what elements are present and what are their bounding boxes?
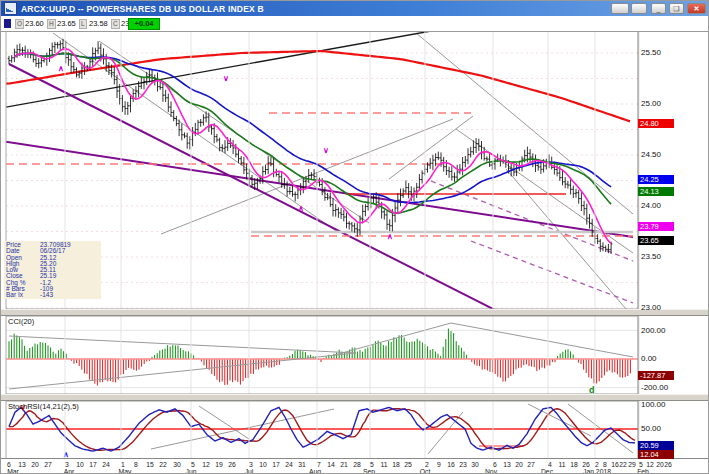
pivot-marker: ∨ [323, 146, 329, 155]
title-bar[interactable]: ARCX:UUP,D -- POWERSHARES DB US DOLLAR I… [1, 1, 709, 16]
date-tick: 24 [285, 461, 293, 468]
net-change-badge: +0.04 [128, 18, 160, 30]
date-tick: 24 [102, 461, 110, 468]
date-tick: 13 [503, 461, 511, 468]
cci-panel-label: CCI(20) [8, 317, 34, 326]
stochrsi-panel: ∧∨ [6, 403, 638, 459]
date-tick: 20 [656, 461, 664, 468]
month-label: May [119, 468, 132, 474]
date-tick: 6 [7, 461, 11, 468]
date-axis: 6132027310172418152230512192631017243171… [1, 458, 709, 474]
open-value: 23.60 [25, 19, 44, 28]
cci-bars-negative [71, 359, 630, 386]
panel-splitter-1[interactable] [1, 309, 709, 316]
date-tick: 5 [191, 461, 195, 468]
low-value: 23.58 [89, 19, 108, 28]
axis-label: 23.50 [641, 252, 661, 261]
chart-window: ∧∨∨∧∧d∧∨ ARCX:UUP,D -- POWERSHARES DB US… [0, 0, 709, 474]
date-tick: 20 [31, 461, 39, 468]
date-tick: 30 [471, 461, 479, 468]
date-tick: 7 [317, 461, 321, 468]
maximize-button[interactable]: ❏ [669, 3, 684, 14]
cursor-info-panel: Price23.709819Date06/26/17Open25.12High2… [4, 241, 101, 299]
date-tick: 30 [173, 461, 181, 468]
month-label: Sep [363, 468, 375, 474]
date-tick: 26 [664, 461, 672, 468]
month-label: Jan 2018 [583, 468, 611, 474]
axis-label: 23.00 [641, 303, 661, 312]
title-toolbar-button-2[interactable] [631, 3, 647, 14]
date-tick: 10 [76, 461, 84, 468]
app-icon [4, 2, 17, 15]
month-label: Mar [7, 468, 19, 474]
minimize-button[interactable]: _ [651, 3, 666, 14]
maximize-icon: ❏ [670, 4, 683, 13]
price-tag: 12.04 [638, 450, 674, 459]
axis-label: -200.00 [641, 383, 668, 392]
date-tick: 1 [121, 461, 125, 468]
date-tick: 14 [327, 461, 335, 468]
axis-label: 50.00 [641, 424, 661, 433]
axis-label: 200.00 [641, 326, 665, 335]
panel-splitter-2[interactable] [1, 394, 709, 401]
date-tick: 26 [582, 461, 590, 468]
date-tick: 8 [134, 461, 138, 468]
date-tick: 2 [425, 461, 429, 468]
date-tick: 17 [272, 461, 280, 468]
close-icon: ✕ [688, 4, 705, 13]
date-tick: 31 [298, 461, 306, 468]
date-tick: 26 [228, 461, 236, 468]
window-title: ARCX:UUP,D -- POWERSHARES DB US DOLLAR I… [21, 4, 264, 14]
date-tick: 3 [65, 461, 69, 468]
high-value: 23.65 [57, 19, 76, 28]
date-tick: 2 [595, 461, 599, 468]
pivot-marker: ∧ [58, 64, 64, 73]
date-tick: 27 [527, 461, 535, 468]
close-label: C [111, 19, 120, 29]
price-tag: 24.13 [638, 187, 674, 196]
date-tick: 5 [370, 461, 374, 468]
axis-label: 0.00 [641, 354, 657, 363]
date-tick: 22 [619, 461, 627, 468]
title-toolbar-button-1[interactable] [611, 3, 629, 14]
month-label: Jul [245, 468, 254, 474]
date-tick: 20 [515, 461, 523, 468]
date-tick: 27 [44, 461, 52, 468]
axis-label: 100.00 [641, 400, 665, 409]
high-label: H [47, 19, 56, 29]
month-label: Feb [637, 468, 649, 474]
month-label: Nov [485, 468, 497, 474]
axis-label: 25.50 [641, 48, 661, 57]
date-tick: 28 [353, 461, 361, 468]
open-label: O [15, 19, 24, 29]
quote-bar: O 23.60 H 23.65 L 23.58 C 23.65 +0.04 [1, 16, 709, 32]
axis-label: 24.50 [641, 150, 661, 159]
low-label: L [79, 19, 87, 29]
pivot-marker: ∧ [387, 232, 393, 241]
month-label: Oct [420, 468, 431, 474]
date-tick: 23 [459, 461, 467, 468]
close-button[interactable]: ✕ [687, 3, 706, 14]
price-tag: 23.79 [638, 222, 674, 231]
date-tick: 18 [392, 461, 400, 468]
month-label: Apr [64, 468, 75, 474]
price-tag: 24.80 [638, 119, 674, 128]
axis-label: 24.00 [641, 201, 661, 210]
date-tick: 22 [159, 461, 167, 468]
price-tag: 20.59 [638, 441, 674, 450]
date-tick: 25 [404, 461, 412, 468]
date-tick: 29 [628, 461, 636, 468]
date-tick: 12 [646, 461, 654, 468]
date-tick: 19 [215, 461, 223, 468]
cci-panel: d [6, 323, 638, 395]
date-tick: 3 [249, 461, 253, 468]
date-tick: 6 [493, 461, 497, 468]
date-tick: 11 [380, 461, 387, 468]
pivot-marker: ∨ [223, 74, 229, 83]
stochrsi-panel-label: StochRSI(14,21(2),5) [8, 402, 79, 411]
series-legend-chip[interactable] [4, 19, 11, 28]
month-label: Aug [309, 468, 321, 474]
cci-bars-positive [9, 329, 576, 359]
price-tag: 23.65 [638, 236, 674, 245]
axis-label: 25.00 [641, 99, 661, 108]
